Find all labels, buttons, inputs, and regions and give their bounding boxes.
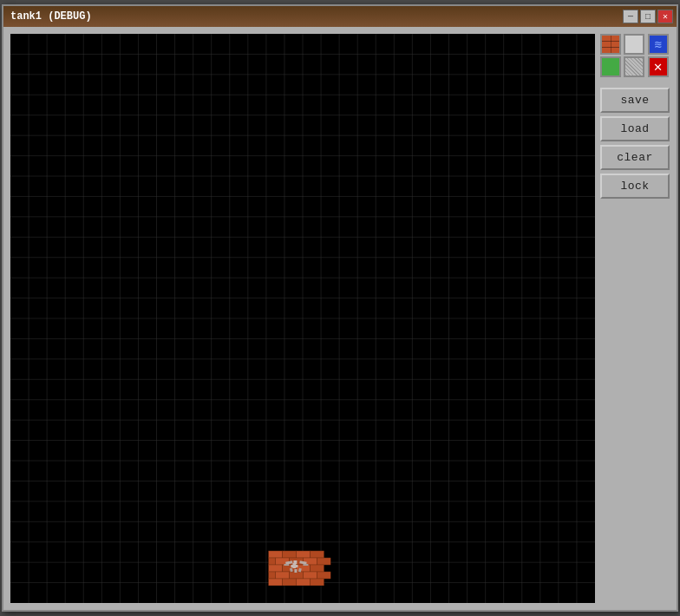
svg-rect-79: [310, 579, 324, 586]
svg-rect-66: [317, 558, 330, 565]
window-body: ✕ save load clear lock: [3, 27, 677, 610]
tile-remove-button[interactable]: ✕: [648, 56, 669, 77]
load-button[interactable]: load: [600, 116, 670, 141]
tile-sand-button[interactable]: [624, 56, 644, 77]
svg-rect-70: [310, 565, 324, 572]
svg-rect-81: [291, 565, 298, 567]
svg-rect-84: [284, 564, 289, 566]
title-bar: tank1 (DEBUG) ─ □ ✕: [3, 6, 677, 27]
svg-rect-74: [303, 572, 317, 579]
minimize-button[interactable]: ─: [623, 10, 638, 23]
tile-water-button[interactable]: [648, 34, 669, 55]
svg-rect-72: [275, 572, 289, 579]
svg-rect-59: [282, 551, 296, 558]
title-buttons: ─ □ ✕: [623, 10, 673, 23]
tile-palette: ✕: [600, 34, 670, 77]
lock-button[interactable]: lock: [600, 174, 670, 199]
tile-steel-button[interactable]: [624, 34, 644, 55]
close-button[interactable]: ✕: [657, 10, 673, 23]
svg-rect-88: [294, 569, 297, 573]
grid-canvas-area[interactable]: [10, 34, 595, 603]
window-title: tank1 (DEBUG): [7, 10, 92, 23]
svg-rect-62: [268, 558, 275, 565]
main-window: tank1 (DEBUG) ─ □ ✕: [2, 4, 678, 612]
clear-button[interactable]: clear: [600, 145, 670, 170]
svg-rect-86: [293, 560, 297, 564]
svg-rect-85: [303, 564, 308, 566]
svg-rect-73: [289, 572, 303, 579]
tile-brick-button[interactable]: [600, 34, 621, 55]
svg-rect-60: [296, 551, 310, 558]
svg-rect-67: [268, 565, 282, 572]
svg-rect-78: [296, 579, 310, 586]
sidebar: ✕ save load clear lock: [600, 34, 670, 603]
svg-rect-77: [282, 579, 296, 586]
svg-rect-71: [268, 572, 275, 579]
grid-overlay: [10, 34, 595, 603]
tank-sprite: [268, 537, 330, 586]
tile-grass-button[interactable]: [600, 56, 621, 77]
maximize-button[interactable]: □: [640, 10, 656, 23]
svg-rect-58: [268, 551, 282, 558]
svg-rect-61: [310, 551, 324, 558]
svg-rect-69: [296, 565, 310, 572]
sprite-svg: [268, 537, 330, 586]
svg-rect-76: [268, 579, 282, 586]
save-button[interactable]: save: [600, 88, 670, 113]
svg-rect-75: [317, 572, 330, 579]
